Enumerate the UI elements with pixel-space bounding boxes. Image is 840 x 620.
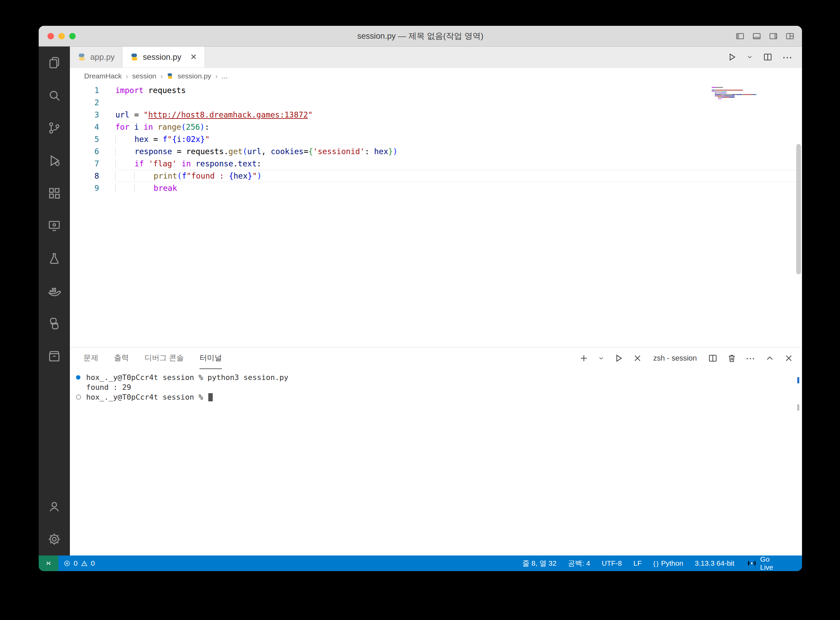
problems-status[interactable]: 0 0 [58,555,99,571]
vscode-window: session.py — 제목 없음(작업 영역) [39,26,802,571]
clear-terminal-icon[interactable] [632,353,642,363]
split-editor-icon[interactable] [763,52,773,62]
docker-icon[interactable] [39,275,70,307]
close-window-button[interactable] [48,33,54,39]
eol-status[interactable]: LF [628,555,648,571]
code-line-text: hex = f"{i:02x}" [116,133,802,145]
editor-scrollbar-thumb[interactable] [796,144,801,274]
code-line[interactable]: 4for i in range(256): [70,121,802,133]
panel-tab-output[interactable]: 출력 [114,348,129,369]
more-actions-icon[interactable]: ⋯ [782,51,793,63]
extensions-icon[interactable] [39,177,70,209]
line-number[interactable]: 9 [70,182,116,194]
indent-guide [116,172,134,180]
braces-icon [653,559,658,567]
code-line-text: for i in range(256): [116,121,802,133]
terminal[interactable]: hox_._y@T0pCcr4t session % python3 sessi… [70,369,802,555]
traffic-lights [48,26,76,46]
code-line[interactable]: 2 [70,96,802,109]
encoding-status[interactable]: UTF-8 [596,555,628,571]
code-line[interactable]: 3url = "http://host8.dreamhack.games:138… [70,109,802,121]
terminal-profile-chevron-icon[interactable] [598,355,604,362]
panel-tab-terminal[interactable]: 터미널 [200,348,222,369]
search-icon[interactable] [39,79,70,112]
minimize-window-button[interactable] [58,33,65,39]
remote-indicator[interactable] [39,555,58,571]
account-icon[interactable] [39,490,70,523]
breadcrumb-item-folder[interactable]: DreamHack [84,72,122,80]
run-dropdown-chevron-icon[interactable] [746,54,753,60]
toggle-primary-sidebar-icon[interactable] [735,32,745,41]
language-mode-status[interactable]: Python [647,555,689,571]
python-interpreter-status[interactable]: 3.13.3 64-bit [689,555,740,571]
status-bar: 0 0 줄 8, 열 32 공백: 4 UTF-8 LF Python 3.13… [39,555,802,571]
feedback-status[interactable] [779,555,790,571]
source-control-icon[interactable] [39,112,70,144]
go-live-status[interactable]: Go Live [740,555,779,571]
settings-gear-icon[interactable] [39,523,70,555]
remote-explorer-icon[interactable] [39,209,70,242]
line-number[interactable]: 4 [70,121,116,133]
indent-guide [134,184,153,193]
breadcrumb-separator-icon: › [160,72,163,80]
code-line[interactable]: 9 break [70,182,802,194]
code-line-text: url = "http://host8.dreamhack.games:1387… [116,109,802,121]
minimap[interactable] [712,87,756,100]
code-editor[interactable]: 1import requests23url = "http://host8.dr… [70,84,802,347]
panel-tab-debug-console[interactable]: 디버그 콘솔 [144,348,184,369]
maximize-panel-chevron-icon[interactable] [765,353,775,363]
terminal-session-label[interactable]: zsh - session [653,354,697,363]
explorer-icon[interactable] [39,47,70,79]
containers-box-icon[interactable] [39,340,70,372]
terminal-command-decoration-icon[interactable] [76,375,80,379]
line-number[interactable]: 1 [70,84,116,96]
terminal-overview-mark-prompt [797,405,799,411]
line-number[interactable]: 7 [70,158,116,170]
breadcrumb-item-file[interactable]: session.py [177,72,211,80]
url-link[interactable]: http://host8.dreamhack.games:13872 [148,110,308,119]
run-debug-icon[interactable] [39,144,70,177]
breadcrumb-separator-icon: › [126,72,128,80]
line-number[interactable]: 8 [70,170,116,182]
toggle-panel-icon[interactable] [752,32,761,41]
code-line-text: import requests [116,84,802,96]
line-number[interactable]: 6 [70,145,116,158]
line-number[interactable]: 5 [70,133,116,145]
terminal-line: hox_._y@T0pCcr4t session % [76,392,802,402]
breadcrumb-item-folder[interactable]: session [132,72,156,80]
tab-session-py[interactable]: session.py ✕ [123,47,205,68]
testing-flask-icon[interactable] [39,242,70,275]
breadcrumb-item-more[interactable]: ... [222,72,228,80]
terminal-command-decoration-icon[interactable] [76,394,81,400]
tab-app-py[interactable]: app.py [70,47,123,68]
close-tab-icon[interactable]: ✕ [190,53,197,61]
python-icon[interactable] [39,307,70,340]
broadcast-icon [746,558,758,569]
panel-tab-problems[interactable]: 문제 [84,348,98,369]
zoom-window-button[interactable] [69,33,76,39]
panel-more-actions-icon[interactable]: ⋯ [746,353,756,364]
code-line[interactable]: 1import requests [70,84,802,96]
close-panel-icon[interactable] [784,353,794,363]
code-line[interactable]: 6 response = requests.get(url, cookies={… [70,145,802,158]
terminal-body: hox_._y@T0pCcr4t session % python3 sessi… [76,372,802,402]
line-number[interactable]: 2 [70,96,116,109]
terminal-cursor [208,393,213,401]
new-terminal-icon[interactable] [579,353,589,363]
run-file-icon[interactable] [727,52,737,62]
terminal-text: hox_._y@T0pCcr4t session % python3 sessi… [86,372,288,382]
customize-layout-icon[interactable] [785,32,795,41]
code-line[interactable]: 8 print(f"found : {hex}") [70,170,802,182]
cursor-position-status[interactable]: 줄 8, 열 32 [517,555,562,571]
line-number[interactable]: 3 [70,109,116,121]
kill-terminal-trash-icon[interactable] [727,353,737,363]
toggle-secondary-sidebar-icon[interactable] [769,32,778,41]
notifications-status[interactable] [790,555,802,571]
tab-label: app.py [90,52,115,62]
code-line[interactable]: 7 if 'flag' in response.text: [70,158,802,170]
code-line[interactable]: 5 hex = f"{i:02x}" [70,133,802,145]
split-terminal-icon[interactable] [708,353,718,363]
indent-guide [116,184,134,193]
indentation-status[interactable]: 공백: 4 [562,555,596,571]
run-task-icon[interactable] [614,353,624,363]
